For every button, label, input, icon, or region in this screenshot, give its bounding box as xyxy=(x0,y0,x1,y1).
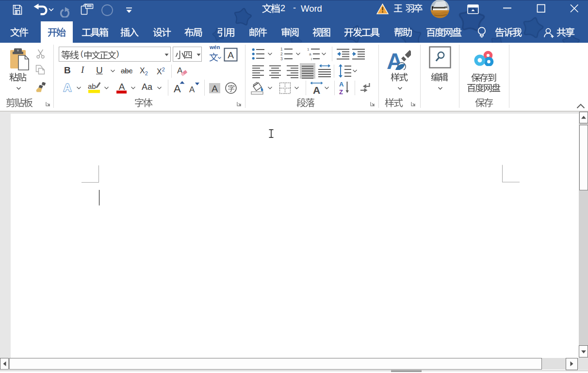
svg-text:A: A xyxy=(174,83,181,94)
svg-text:Z: Z xyxy=(339,88,343,95)
svg-text:A: A xyxy=(339,81,344,88)
svg-text:A: A xyxy=(212,84,218,93)
svg-text:A: A xyxy=(228,50,234,60)
svg-text:A: A xyxy=(189,85,195,94)
svg-text:A: A xyxy=(119,82,125,92)
svg-text:A: A xyxy=(64,82,71,94)
svg-text:1: 1 xyxy=(307,47,310,51)
svg-text:1: 1 xyxy=(280,47,283,51)
svg-text:ab: ab xyxy=(88,82,96,90)
svg-text:2: 2 xyxy=(280,51,283,56)
svg-text:i: i xyxy=(311,57,312,61)
svg-text:a: a xyxy=(309,52,311,56)
svg-text:A: A xyxy=(313,85,320,95)
svg-text:3: 3 xyxy=(280,56,283,61)
